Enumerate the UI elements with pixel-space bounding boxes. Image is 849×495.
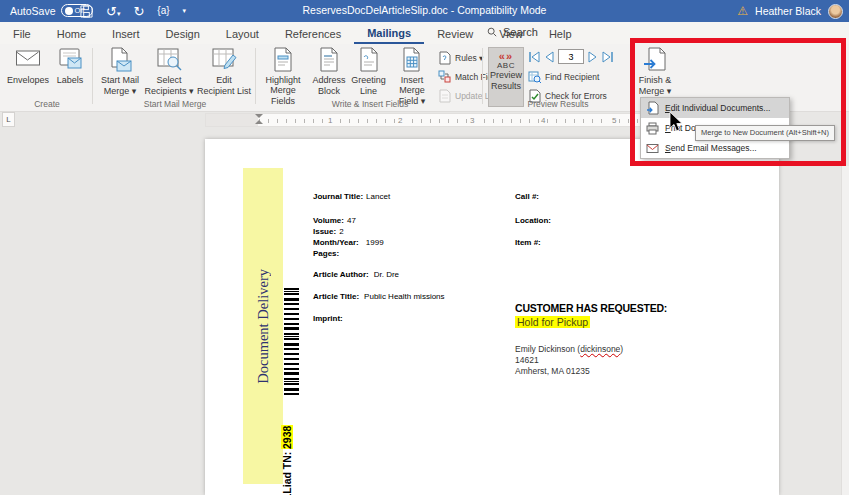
vertical-scrollbar[interactable] (841, 166, 849, 495)
labels-label: Labels (57, 75, 84, 86)
highlight-merge-fields-button[interactable]: Highlight Merge Fields (258, 47, 308, 107)
ruler-number: 1 (326, 116, 334, 125)
indent-marker[interactable] (254, 114, 263, 126)
tab-review[interactable]: Review (424, 22, 486, 44)
group-label-start-mail-merge: Start Mail Merge (97, 99, 253, 109)
tab-mailings[interactable]: Mailings (354, 22, 424, 44)
document-title: ReservesDocDelArticleSlip.doc - Compatib… (0, 4, 849, 16)
rules-label: Rules ▾ (455, 53, 483, 63)
document-delivery-banner: Document Delivery (243, 168, 283, 484)
field-item-number: Item #: (515, 238, 544, 247)
highlight-merge-fields-icon (272, 47, 294, 75)
preview-results-button[interactable]: «» ABC Preview Results (488, 47, 524, 107)
group-separator (482, 48, 483, 104)
illiad-tn-value: 2938 (281, 425, 293, 448)
edit-individual-documents-icon (646, 101, 659, 115)
first-record-button[interactable] (528, 51, 541, 63)
ruler-number: 3 (468, 116, 476, 125)
group-separator (255, 48, 256, 104)
group-label-write-insert: Write & Insert Fields (258, 99, 482, 109)
tab-stop-selector[interactable]: L (2, 112, 15, 127)
field-month-year: Month/Year:1999 (313, 238, 384, 247)
preview-results-label: Preview Results (490, 70, 522, 92)
field-imprint: Imprint: (313, 314, 346, 323)
next-record-button[interactable] (587, 51, 598, 63)
find-recipient-label: Find Recipient (545, 72, 599, 82)
edit-recipient-list-icon (211, 47, 237, 75)
record-number-input[interactable] (558, 49, 584, 64)
envelopes-label: Envelopes (7, 75, 49, 86)
envelopes-button[interactable]: Envelopes (6, 47, 50, 107)
warning-icon[interactable]: ⚠ (737, 5, 748, 17)
insert-merge-field-button[interactable]: Insert Merge Field ▾ (388, 47, 436, 107)
tab-layout[interactable]: Layout (213, 22, 272, 44)
ribbon-tab-bar: File Home Insert Design Layout Reference… (0, 22, 849, 44)
greeting-line-label: Greeting Line (351, 75, 386, 97)
match-fields-icon (438, 70, 451, 83)
document-canvas: Document Delivery ILLiad TN: 2938 Journa… (0, 128, 849, 495)
tab-help[interactable]: Help (536, 22, 585, 44)
group-label-preview-results: Preview Results (488, 99, 628, 109)
field-location: Location: (515, 216, 554, 225)
illiad-tn-label: ILLiad TN: (281, 449, 293, 495)
print-documents-icon (646, 122, 659, 135)
field-volume: Volume:47 (313, 216, 356, 225)
ruler-number: 5 (610, 116, 618, 125)
field-call-number: Call #: (515, 192, 542, 201)
tab-insert[interactable]: Insert (99, 22, 153, 44)
titlebar-account-area: ⚠ Heather Black (737, 0, 843, 22)
customer-name-line: Emily Dickinson (dickinsone) (515, 344, 623, 354)
select-recipients-button[interactable]: Select Recipients ▾ (144, 47, 194, 107)
insert-merge-field-icon (400, 47, 424, 75)
previous-record-button[interactable] (544, 51, 555, 63)
last-record-button[interactable] (601, 51, 614, 63)
find-recipient-button[interactable]: Find Recipient (528, 68, 599, 85)
customer-username: dickinsone (580, 344, 620, 354)
record-navigator (528, 49, 614, 64)
customer-address-line1: 14621 (515, 355, 539, 365)
sidebar-title: Document Delivery (255, 269, 272, 384)
tab-home[interactable]: Home (44, 22, 99, 44)
customer-address-line2: Amherst, MA 01235 (515, 366, 590, 376)
search-button[interactable]: Search (487, 26, 538, 38)
edit-recipient-list-button[interactable]: Edit Recipient List (195, 47, 253, 107)
illiad-tn: ILLiad TN: 2938 (281, 393, 293, 495)
preview-results-icon: «» ABC (497, 51, 515, 70)
start-mail-merge-label: Start Mail Merge ▾ (101, 75, 139, 97)
greeting-line-icon (358, 47, 380, 75)
customer-heading: CUSTOMER HAS REQUESTED: (515, 302, 667, 314)
envelope-icon (15, 47, 41, 75)
greeting-line-button[interactable]: Greeting Line (350, 47, 387, 107)
tab-file[interactable]: File (0, 22, 44, 44)
avatar[interactable] (828, 4, 843, 19)
labels-icon (58, 47, 82, 75)
select-recipients-icon (156, 47, 182, 75)
field-article-title: Article Title:Public Health missions (313, 292, 445, 301)
tab-design[interactable]: Design (153, 22, 213, 44)
menu-item-send-email-messages[interactable]: Send Email Messages... (641, 138, 789, 158)
field-journal-title: Journal Title:Lancet (313, 192, 390, 201)
address-block-button[interactable]: Address Block (309, 47, 349, 107)
search-label: Search (503, 26, 538, 38)
menu-item-edit-individual-documents[interactable]: Edit Individual Documents... (641, 98, 789, 118)
barcode (284, 288, 299, 397)
tab-references[interactable]: References (272, 22, 354, 44)
mouse-cursor (669, 112, 683, 133)
user-name[interactable]: Heather Black (755, 5, 821, 17)
rules-button[interactable]: Rules ▾ (438, 49, 483, 66)
field-issue: Issue:2 (313, 227, 344, 236)
start-mail-merge-button[interactable]: Start Mail Merge ▾ (97, 47, 143, 107)
search-icon (487, 27, 497, 37)
start-mail-merge-icon (108, 47, 132, 75)
labels-button[interactable]: Labels (52, 47, 88, 107)
customer-request: Hold for Pickup (515, 316, 590, 328)
group-label-create: Create (6, 99, 88, 109)
edit-recipient-list-label: Edit Recipient List (197, 75, 251, 97)
find-recipient-icon (528, 70, 541, 83)
field-pages: Pages: (313, 249, 342, 258)
title-bar: AutoSave Off ↺▾ ↻ {a} ▾ ReservesDocDelAr… (0, 0, 849, 22)
document-page[interactable]: Document Delivery ILLiad TN: 2938 Journa… (205, 139, 779, 495)
ruler-number: 2 (396, 116, 404, 125)
select-recipients-label: Select Recipients ▾ (144, 75, 193, 97)
finish-and-merge-icon (643, 47, 667, 75)
